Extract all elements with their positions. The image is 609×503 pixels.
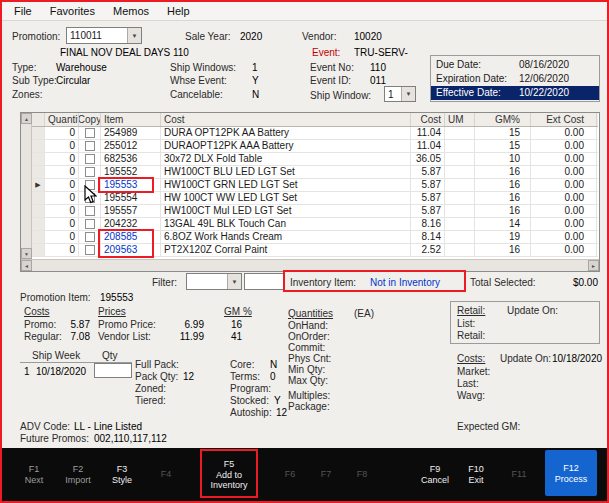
- table-row[interactable]: ▶ 0 682536 30x72 DLX Fold Table 36.05 10…: [32, 153, 598, 166]
- copy-cell[interactable]: [79, 205, 101, 217]
- item-number-cell[interactable]: 255012: [101, 140, 161, 152]
- copy-checkbox[interactable]: [85, 193, 95, 203]
- scroll-left-icon[interactable]: ◄: [21, 260, 32, 271]
- chevron-down-icon[interactable]: ▼: [227, 274, 241, 289]
- copy-cell[interactable]: [79, 192, 101, 204]
- copy-checkbox[interactable]: [85, 206, 95, 216]
- horizontal-scrollbar[interactable]: ◄ ►: [21, 259, 599, 271]
- ship-week-qty-input[interactable]: [94, 363, 132, 378]
- row-selector[interactable]: ▶: [32, 231, 45, 243]
- quantity-cell[interactable]: 0: [45, 153, 79, 165]
- table-row[interactable]: ▶ 0 208585 6.8OZ Work Hands Cream 8.14 1…: [32, 231, 598, 244]
- menu-item[interactable]: Memos: [104, 3, 158, 19]
- copy-cell[interactable]: [79, 244, 101, 256]
- quantity-cell[interactable]: 0: [45, 140, 79, 152]
- grid-header-copy[interactable]: Copy: [79, 113, 101, 126]
- copy-cell[interactable]: [79, 231, 101, 243]
- copy-checkbox[interactable]: [85, 141, 95, 151]
- fkey-f8[interactable]: F8: [340, 448, 384, 501]
- table-row[interactable]: ▶ 0 204232 13GAL 49L BLK Touch Can 8.16 …: [32, 218, 598, 231]
- copy-cell[interactable]: [79, 127, 101, 139]
- fkey-f12-process[interactable]: F12 Process: [545, 450, 597, 496]
- item-number-cell[interactable]: 195553: [101, 179, 161, 191]
- item-number-cell[interactable]: 195557: [101, 205, 161, 217]
- quantity-cell[interactable]: 0: [45, 192, 79, 204]
- promo-gm-value: 16: [218, 319, 242, 330]
- grid-header-cost[interactable]: Cost: [411, 113, 445, 126]
- item-number-cell[interactable]: 204232: [101, 218, 161, 230]
- quantity-cell[interactable]: 0: [45, 244, 79, 256]
- table-row[interactable]: ▶ 0 255012 DURAOPT12PK AAA Battery 11.04…: [32, 140, 598, 153]
- scroll-up-icon[interactable]: ▲: [21, 113, 32, 124]
- copy-checkbox[interactable]: [85, 128, 95, 138]
- copy-checkbox[interactable]: [85, 154, 95, 164]
- item-number-cell[interactable]: 682536: [101, 153, 161, 165]
- row-selector[interactable]: ▶: [32, 218, 45, 230]
- ship-window-combobox[interactable]: 1 ▼: [384, 86, 416, 102]
- copy-cell[interactable]: [79, 218, 101, 230]
- fkey-f4[interactable]: F4: [144, 448, 188, 501]
- item-number-cell[interactable]: 195552: [101, 166, 161, 178]
- fkey-f9-cancel[interactable]: F9 Cancel: [412, 448, 458, 501]
- cost-cell: 2.52: [411, 244, 445, 256]
- quantity-cell[interactable]: 0: [45, 166, 79, 178]
- filter-input[interactable]: [244, 273, 284, 290]
- grid-header-quantity[interactable]: Quantity: [45, 113, 79, 126]
- table-row[interactable]: ▶ 0 195553 HW100CT GRN LED LGT Set 5.87 …: [32, 179, 598, 192]
- quantity-cell[interactable]: 0: [45, 127, 79, 139]
- row-selector[interactable]: ▶: [32, 153, 45, 165]
- table-row[interactable]: ▶ 0 209563 PT2X120Z Corral Paint 2.52 16…: [32, 244, 598, 257]
- fkey-f2-import[interactable]: F2 Import: [56, 448, 100, 501]
- promotion-combobox[interactable]: 110011 ▼: [66, 27, 142, 44]
- table-row[interactable]: ▶ 0 254989 DURA OPT12PK AA Battery 11.04…: [32, 127, 598, 140]
- item-number-cell[interactable]: 195554: [101, 192, 161, 204]
- copy-checkbox[interactable]: [85, 232, 95, 242]
- fkey-f5-add-to-inventory[interactable]: F5 Add to Inventory: [202, 448, 256, 501]
- copy-checkbox[interactable]: [85, 167, 95, 177]
- quantity-cell[interactable]: 0: [45, 231, 79, 243]
- fkey-f11[interactable]: F11: [497, 448, 541, 501]
- grid-header-um[interactable]: UM: [445, 113, 475, 126]
- fkey-f1-next[interactable]: F1 Next: [12, 448, 56, 501]
- copy-cell[interactable]: [79, 140, 101, 152]
- item-number-cell[interactable]: 208585: [101, 231, 161, 243]
- row-selector[interactable]: ▶: [32, 179, 45, 191]
- effective-date-row[interactable]: Effective Date: 10/22/2020: [431, 86, 599, 100]
- copy-checkbox[interactable]: [85, 219, 95, 229]
- row-selector[interactable]: ▶: [32, 192, 45, 204]
- table-row[interactable]: ▶ 0 195554 HW 100CT WW LED LGT Set 5.87 …: [32, 192, 598, 205]
- menu-item[interactable]: File: [5, 3, 41, 19]
- quantity-cell[interactable]: 0: [45, 179, 79, 191]
- chevron-down-icon[interactable]: ▼: [401, 87, 415, 101]
- table-row[interactable]: ▶ 0 195557 HW100CT Mul LED LGT Set 5.87 …: [32, 205, 598, 218]
- copy-cell[interactable]: [79, 179, 101, 191]
- grid-header-extcost[interactable]: Ext Cost: [531, 113, 597, 126]
- copy-cell[interactable]: [79, 153, 101, 165]
- filter-combobox[interactable]: ▼: [186, 273, 242, 290]
- grid-header-gm[interactable]: GM%: [475, 113, 531, 126]
- copy-cell[interactable]: [79, 166, 101, 178]
- grid-header-description[interactable]: Cost: [161, 113, 411, 126]
- row-selector[interactable]: ▶: [32, 127, 45, 139]
- fkey-f10-exit[interactable]: F10 Exit: [453, 448, 499, 501]
- vertical-scrollbar[interactable]: ▲ ▼: [21, 113, 32, 259]
- scroll-down-icon[interactable]: ▼: [21, 248, 32, 259]
- scroll-right-icon[interactable]: ►: [588, 260, 599, 271]
- copy-checkbox[interactable]: [85, 245, 95, 255]
- copy-checkbox[interactable]: [85, 180, 95, 190]
- table-row[interactable]: ▶ 0 195552 HW100CT BLU LED LGT Set 5.87 …: [32, 166, 598, 179]
- grid-header-item[interactable]: Item: [101, 113, 161, 126]
- quantity-cell[interactable]: 0: [45, 218, 79, 230]
- fkey-f3-style[interactable]: F3 Style: [100, 448, 144, 501]
- row-selector[interactable]: ▶: [32, 205, 45, 217]
- cost-cell: 5.87: [411, 166, 445, 178]
- menu-item[interactable]: Help: [158, 3, 199, 19]
- item-number-cell[interactable]: 209563: [101, 244, 161, 256]
- quantity-cell[interactable]: 0: [45, 205, 79, 217]
- menu-item[interactable]: Favorites: [41, 3, 104, 19]
- row-selector[interactable]: ▶: [32, 166, 45, 178]
- row-selector[interactable]: ▶: [32, 140, 45, 152]
- chevron-down-icon[interactable]: ▼: [127, 28, 141, 43]
- item-number-cell[interactable]: 254989: [101, 127, 161, 139]
- row-selector[interactable]: ▶: [32, 244, 45, 256]
